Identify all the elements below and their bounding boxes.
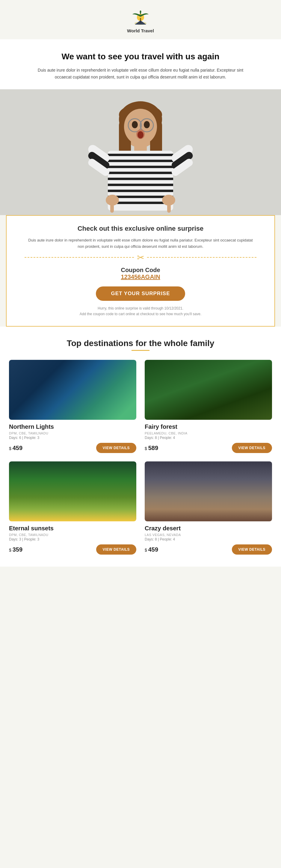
- dest-location-2: DPM, CBE, TAMILNADU: [9, 533, 136, 537]
- hero-title: We want to see you travel with us again: [30, 51, 251, 62]
- view-details-button-2[interactable]: VIEW DETAILS: [96, 545, 136, 555]
- dest-footer-0: $ 459 VIEW DETAILS: [9, 443, 136, 453]
- destinations-section: Top destinations for the whole family No…: [0, 327, 281, 566]
- header: World Travel: [0, 0, 281, 39]
- dest-meta-3: Days: 8 | People: 4: [145, 537, 272, 541]
- svg-rect-19: [134, 140, 147, 152]
- get-surprise-button[interactable]: GET YOUR SURPRISE: [96, 286, 185, 301]
- dest-name-1: Fairy forest: [145, 423, 272, 430]
- dest-image-3: [145, 461, 272, 521]
- svg-rect-21: [108, 154, 173, 156]
- coupon-code-value: 123456AGAIN: [25, 274, 256, 280]
- svg-rect-27: [108, 190, 173, 192]
- destination-card-1: Fairy forest PEELAMEDU, CBE, INDIA Days:…: [145, 360, 272, 453]
- dest-location-3: LAS VEGAS, NEVADA: [145, 533, 272, 537]
- logo-text: World Travel: [127, 28, 154, 33]
- dest-name-0: Northern Lights: [9, 423, 136, 430]
- dest-meta-2: Days: 3 | People: 3: [9, 537, 136, 541]
- coupon-title: Check out this exclusive online surprise: [25, 225, 256, 232]
- view-details-button-3[interactable]: VIEW DETAILS: [232, 545, 272, 555]
- dest-image-1: [145, 360, 272, 420]
- destinations-title: Top destinations for the whole family: [9, 339, 272, 348]
- dest-image-placeholder-1: [145, 360, 272, 420]
- svg-rect-25: [108, 178, 173, 180]
- dest-name-3: Crazy desert: [145, 525, 272, 532]
- svg-rect-26: [108, 184, 173, 186]
- scissors-divider: ✂: [25, 257, 256, 258]
- svg-point-15: [132, 121, 138, 128]
- logo-container: World Travel: [6, 9, 275, 33]
- dest-location-1: PEELAMEDU, CBE, INDIA: [145, 431, 272, 435]
- scissors-icon: ✂: [134, 252, 147, 263]
- dest-price-0: $ 459: [9, 445, 23, 452]
- svg-rect-22: [108, 160, 173, 162]
- coupon-section: Check out this exclusive online surprise…: [6, 215, 275, 327]
- svg-point-18: [137, 131, 144, 138]
- view-details-button-1[interactable]: VIEW DETAILS: [232, 443, 272, 453]
- hero-text-section: We want to see you travel with us again …: [0, 39, 281, 89]
- email-wrapper: World Travel We want to see you travel w…: [0, 0, 281, 566]
- dest-footer-1: $ 589 VIEW DETAILS: [145, 443, 272, 453]
- hero-description: Duis aute irure dolor in reprehenderit i…: [30, 67, 251, 80]
- dest-image-placeholder-3: [145, 461, 272, 521]
- destination-card-0: Northern Lights DPM, CBE, TAMILNADU Days…: [9, 360, 136, 453]
- hero-image-svg: [0, 89, 281, 215]
- title-underline: [131, 350, 150, 351]
- dest-footer-3: $ 459 VIEW DETAILS: [145, 545, 272, 555]
- logo-icon: [130, 9, 151, 27]
- coupon-note-line1: Hurry, this online surprise is valid thr…: [25, 306, 256, 311]
- hero-image: [0, 89, 281, 215]
- dest-name-2: Eternal sunsets: [9, 525, 136, 532]
- dest-meta-0: Days: 6 | People: 3: [9, 436, 136, 440]
- dest-image-placeholder-0: [9, 360, 136, 420]
- dest-price-3: $ 459: [145, 546, 158, 553]
- destination-card-2: Eternal sunsets DPM, CBE, TAMILNADU Days…: [9, 461, 136, 555]
- dest-image-2: [9, 461, 136, 521]
- coupon-code-label: Coupon Code: [25, 267, 256, 274]
- dest-price-1: $ 589: [145, 445, 158, 452]
- dest-price-2: $ 359: [9, 546, 23, 553]
- destinations-grid: Northern Lights DPM, CBE, TAMILNADU Days…: [9, 360, 272, 555]
- dest-image-0: [9, 360, 136, 420]
- dest-image-placeholder-2: [9, 461, 136, 521]
- view-details-button-0[interactable]: VIEW DETAILS: [96, 443, 136, 453]
- svg-rect-38: [110, 204, 114, 213]
- svg-rect-23: [108, 166, 173, 168]
- coupon-note-line2: Add the coupon code to cart online at ch…: [25, 311, 256, 317]
- svg-rect-39: [167, 204, 171, 213]
- svg-point-16: [144, 121, 150, 128]
- dest-location-0: DPM, CBE, TAMILNADU: [9, 431, 136, 435]
- svg-rect-24: [108, 172, 173, 174]
- dest-footer-2: $ 359 VIEW DETAILS: [9, 545, 136, 555]
- destination-card-3: Crazy desert LAS VEGAS, NEVADA Days: 8 |…: [145, 461, 272, 555]
- coupon-description: Duis aute irure dolor in reprehenderit i…: [25, 237, 256, 250]
- dest-meta-1: Days: 8 | People: 4: [145, 436, 272, 440]
